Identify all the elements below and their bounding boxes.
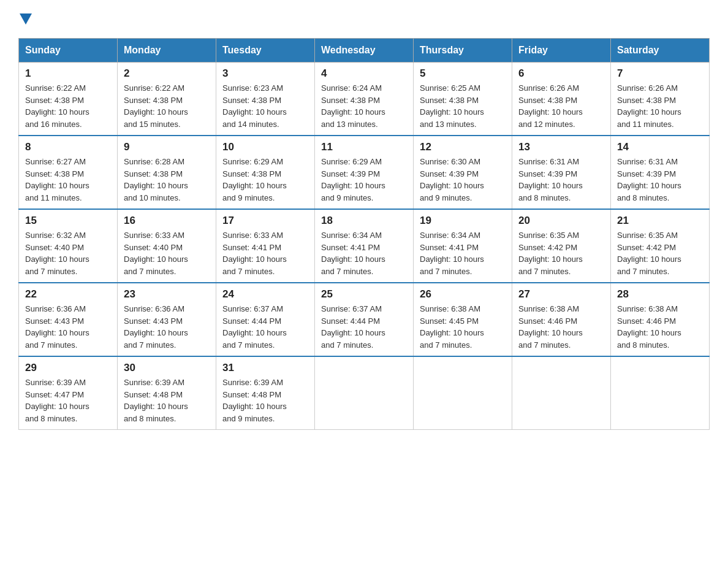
calendar-cell: 5Sunrise: 6:25 AMSunset: 4:38 PMDaylight… — [414, 63, 512, 136]
day-number: 29 — [25, 362, 111, 374]
calendar-cell: 30Sunrise: 6:39 AMSunset: 4:48 PMDayligh… — [118, 356, 216, 430]
calendar-cell — [414, 356, 512, 430]
calendar-cell: 2Sunrise: 6:22 AMSunset: 4:38 PMDaylight… — [118, 63, 216, 136]
header-thursday: Thursday — [414, 39, 512, 63]
day-number: 23 — [124, 288, 210, 301]
day-info: Sunrise: 6:22 AMSunset: 4:38 PMDaylight:… — [25, 82, 111, 130]
day-info: Sunrise: 6:24 AMSunset: 4:38 PMDaylight:… — [321, 82, 407, 130]
calendar-cell — [512, 356, 611, 430]
week-row-2: 8Sunrise: 6:27 AMSunset: 4:38 PMDaylight… — [19, 136, 710, 209]
day-number: 8 — [25, 141, 111, 153]
day-info: Sunrise: 6:33 AMSunset: 4:41 PMDaylight:… — [222, 229, 308, 277]
calendar-cell — [611, 356, 710, 430]
day-number: 28 — [617, 288, 703, 301]
calendar-cell: 18Sunrise: 6:34 AMSunset: 4:41 PMDayligh… — [315, 209, 414, 283]
header-friday: Friday — [512, 39, 611, 63]
day-number: 11 — [321, 141, 407, 153]
day-number: 26 — [420, 288, 506, 301]
day-number: 18 — [321, 215, 407, 227]
day-info: Sunrise: 6:30 AMSunset: 4:39 PMDaylight:… — [420, 156, 506, 204]
day-number: 22 — [25, 288, 111, 301]
calendar-cell: 14Sunrise: 6:31 AMSunset: 4:39 PMDayligh… — [611, 136, 710, 209]
day-number: 14 — [617, 141, 703, 153]
header-sunday: Sunday — [19, 39, 118, 63]
calendar-cell: 12Sunrise: 6:30 AMSunset: 4:39 PMDayligh… — [414, 136, 512, 209]
calendar-cell: 1Sunrise: 6:22 AMSunset: 4:38 PMDaylight… — [19, 63, 118, 136]
day-number: 10 — [222, 141, 308, 153]
calendar-cell: 31Sunrise: 6:39 AMSunset: 4:48 PMDayligh… — [216, 356, 315, 430]
day-number: 27 — [518, 288, 604, 301]
calendar-cell: 10Sunrise: 6:29 AMSunset: 4:38 PMDayligh… — [216, 136, 315, 209]
day-number: 7 — [617, 67, 703, 80]
calendar-cell: 8Sunrise: 6:27 AMSunset: 4:38 PMDaylight… — [19, 136, 118, 209]
day-info: Sunrise: 6:26 AMSunset: 4:38 PMDaylight:… — [617, 82, 703, 130]
day-number: 12 — [420, 141, 506, 153]
calendar-table: SundayMondayTuesdayWednesdayThursdayFrid… — [18, 38, 710, 430]
calendar-cell: 22Sunrise: 6:36 AMSunset: 4:43 PMDayligh… — [19, 283, 118, 356]
calendar-cell: 11Sunrise: 6:29 AMSunset: 4:39 PMDayligh… — [315, 136, 414, 209]
calendar-cell: 6Sunrise: 6:26 AMSunset: 4:38 PMDaylight… — [512, 63, 611, 136]
day-info: Sunrise: 6:29 AMSunset: 4:38 PMDaylight:… — [222, 156, 308, 204]
week-row-1: 1Sunrise: 6:22 AMSunset: 4:38 PMDaylight… — [19, 63, 710, 136]
day-info: Sunrise: 6:31 AMSunset: 4:39 PMDaylight:… — [617, 156, 703, 204]
page-header — [18, 12, 710, 26]
day-number: 16 — [124, 215, 210, 227]
calendar-cell: 29Sunrise: 6:39 AMSunset: 4:47 PMDayligh… — [19, 356, 118, 430]
day-info: Sunrise: 6:32 AMSunset: 4:40 PMDaylight:… — [25, 229, 111, 277]
day-number: 3 — [222, 67, 308, 80]
day-number: 17 — [222, 215, 308, 227]
day-info: Sunrise: 6:35 AMSunset: 4:42 PMDaylight:… — [518, 229, 604, 277]
day-info: Sunrise: 6:26 AMSunset: 4:38 PMDaylight:… — [518, 82, 604, 130]
day-info: Sunrise: 6:33 AMSunset: 4:40 PMDaylight:… — [124, 229, 210, 277]
day-number: 5 — [420, 67, 506, 80]
day-number: 15 — [25, 215, 111, 227]
calendar-cell — [315, 356, 414, 430]
day-info: Sunrise: 6:36 AMSunset: 4:43 PMDaylight:… — [124, 303, 210, 351]
day-number: 4 — [321, 67, 407, 80]
calendar-cell: 25Sunrise: 6:37 AMSunset: 4:44 PMDayligh… — [315, 283, 414, 356]
week-row-5: 29Sunrise: 6:39 AMSunset: 4:47 PMDayligh… — [19, 356, 710, 430]
day-info: Sunrise: 6:25 AMSunset: 4:38 PMDaylight:… — [420, 82, 506, 130]
calendar-cell: 24Sunrise: 6:37 AMSunset: 4:44 PMDayligh… — [216, 283, 315, 356]
calendar-cell: 26Sunrise: 6:38 AMSunset: 4:45 PMDayligh… — [414, 283, 512, 356]
calendar-cell: 28Sunrise: 6:38 AMSunset: 4:46 PMDayligh… — [611, 283, 710, 356]
day-info: Sunrise: 6:28 AMSunset: 4:38 PMDaylight:… — [124, 156, 210, 204]
header-saturday: Saturday — [611, 39, 710, 63]
day-number: 9 — [124, 141, 210, 153]
day-number: 6 — [518, 67, 604, 80]
day-number: 2 — [124, 67, 210, 80]
logo — [18, 12, 32, 26]
day-number: 31 — [222, 362, 308, 374]
calendar-header-row: SundayMondayTuesdayWednesdayThursdayFrid… — [19, 39, 710, 63]
day-number: 1 — [25, 67, 111, 80]
day-info: Sunrise: 6:34 AMSunset: 4:41 PMDaylight:… — [420, 229, 506, 277]
day-info: Sunrise: 6:37 AMSunset: 4:44 PMDaylight:… — [321, 303, 407, 351]
day-info: Sunrise: 6:23 AMSunset: 4:38 PMDaylight:… — [222, 82, 308, 130]
calendar-cell: 7Sunrise: 6:26 AMSunset: 4:38 PMDaylight… — [611, 63, 710, 136]
calendar-cell: 19Sunrise: 6:34 AMSunset: 4:41 PMDayligh… — [414, 209, 512, 283]
day-number: 30 — [124, 362, 210, 374]
calendar-cell: 3Sunrise: 6:23 AMSunset: 4:38 PMDaylight… — [216, 63, 315, 136]
day-info: Sunrise: 6:38 AMSunset: 4:46 PMDaylight:… — [617, 303, 703, 351]
day-info: Sunrise: 6:39 AMSunset: 4:48 PMDaylight:… — [124, 377, 210, 424]
day-info: Sunrise: 6:36 AMSunset: 4:43 PMDaylight:… — [25, 303, 111, 351]
logo-triangle-icon — [20, 13, 32, 25]
day-info: Sunrise: 6:38 AMSunset: 4:45 PMDaylight:… — [420, 303, 506, 351]
day-info: Sunrise: 6:22 AMSunset: 4:38 PMDaylight:… — [124, 82, 210, 130]
calendar-cell: 4Sunrise: 6:24 AMSunset: 4:38 PMDaylight… — [315, 63, 414, 136]
day-info: Sunrise: 6:34 AMSunset: 4:41 PMDaylight:… — [321, 229, 407, 277]
day-info: Sunrise: 6:38 AMSunset: 4:46 PMDaylight:… — [518, 303, 604, 351]
day-info: Sunrise: 6:39 AMSunset: 4:47 PMDaylight:… — [25, 377, 111, 424]
calendar-cell: 21Sunrise: 6:35 AMSunset: 4:42 PMDayligh… — [611, 209, 710, 283]
day-info: Sunrise: 6:27 AMSunset: 4:38 PMDaylight:… — [25, 156, 111, 204]
day-info: Sunrise: 6:39 AMSunset: 4:48 PMDaylight:… — [222, 377, 308, 424]
calendar-cell: 27Sunrise: 6:38 AMSunset: 4:46 PMDayligh… — [512, 283, 611, 356]
day-number: 19 — [420, 215, 506, 227]
calendar-cell: 20Sunrise: 6:35 AMSunset: 4:42 PMDayligh… — [512, 209, 611, 283]
header-tuesday: Tuesday — [216, 39, 315, 63]
day-number: 20 — [518, 215, 604, 227]
calendar-cell: 17Sunrise: 6:33 AMSunset: 4:41 PMDayligh… — [216, 209, 315, 283]
day-number: 24 — [222, 288, 308, 301]
day-info: Sunrise: 6:35 AMSunset: 4:42 PMDaylight:… — [617, 229, 703, 277]
week-row-4: 22Sunrise: 6:36 AMSunset: 4:43 PMDayligh… — [19, 283, 710, 356]
